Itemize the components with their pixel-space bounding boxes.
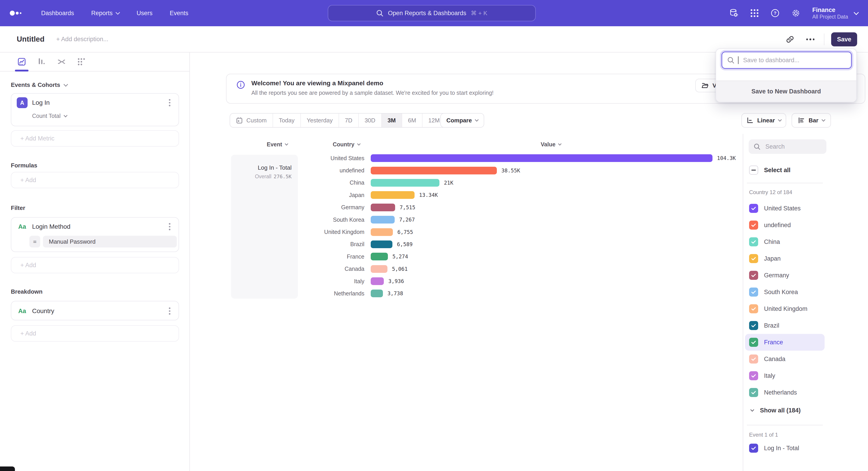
range-30d[interactable]: 30D bbox=[359, 114, 382, 127]
country-row-undefined[interactable]: undefined bbox=[745, 217, 825, 233]
help-icon[interactable]: ? bbox=[771, 8, 780, 18]
column-header-country[interactable]: Country bbox=[333, 141, 360, 148]
country-row-united-kingdom[interactable]: United Kingdom bbox=[745, 300, 825, 317]
legend-search-input[interactable] bbox=[765, 143, 819, 151]
save-to-dashboard-searchbox[interactable] bbox=[721, 52, 852, 69]
checkbox-united-states[interactable] bbox=[749, 204, 758, 213]
checkbox-china[interactable] bbox=[749, 237, 758, 246]
save-button[interactable]: Save bbox=[831, 32, 857, 47]
range-6m[interactable]: 6M bbox=[402, 114, 423, 127]
chart-type-dropdown[interactable]: Bar bbox=[792, 113, 831, 127]
breakdown-card-country[interactable]: Aa Country bbox=[11, 301, 179, 320]
nav-item-users[interactable]: Users bbox=[136, 10, 153, 17]
country-row-canada[interactable]: Canada bbox=[745, 351, 825, 367]
copy-link-icon[interactable] bbox=[783, 33, 797, 46]
tab-funnels[interactable] bbox=[37, 57, 46, 66]
filter-operator-dropdown[interactable]: = bbox=[29, 236, 40, 247]
filter-value-dropdown[interactable]: Manual Password bbox=[43, 236, 177, 247]
events-section-header[interactable]: Events & Cohorts bbox=[11, 82, 189, 88]
filter-card-login-method[interactable]: Aa Login Method = Manual Password bbox=[11, 217, 179, 252]
add-description-button[interactable]: + Add description... bbox=[56, 36, 108, 43]
chevron-down-icon bbox=[822, 118, 825, 122]
data-management-icon[interactable] bbox=[729, 8, 739, 18]
add-breakdown-button[interactable]: + Add bbox=[11, 325, 179, 342]
tab-insights[interactable] bbox=[17, 57, 26, 66]
filter-property-name[interactable]: Login Method bbox=[32, 223, 167, 230]
svg-text:?: ? bbox=[774, 10, 777, 16]
country-row-netherlands[interactable]: Netherlands bbox=[745, 384, 825, 401]
range-custom[interactable]: Custom bbox=[230, 114, 273, 127]
report-title[interactable]: Untitled bbox=[17, 35, 44, 43]
mixpanel-logo-icon[interactable] bbox=[9, 8, 23, 18]
checkbox-united-kingdom[interactable] bbox=[749, 304, 758, 313]
checkbox-log-in-total[interactable] bbox=[749, 444, 758, 453]
bar-france bbox=[371, 253, 388, 260]
apps-grid-icon[interactable] bbox=[750, 9, 759, 18]
country-row-germany[interactable]: Germany bbox=[745, 267, 825, 284]
country-label: France bbox=[764, 339, 783, 346]
nav-item-reports[interactable]: Reports bbox=[91, 10, 120, 17]
column-header-value[interactable]: Value bbox=[541, 141, 561, 148]
range-label: Custom bbox=[246, 117, 267, 124]
range-today[interactable]: Today bbox=[273, 114, 301, 127]
country-row-france[interactable]: France bbox=[745, 334, 825, 351]
kebab-menu-icon[interactable] bbox=[167, 97, 172, 108]
column-header-event[interactable]: Event bbox=[267, 141, 288, 148]
global-search-button[interactable]: Open Reports & Dashboards ⌘ + K bbox=[328, 5, 536, 21]
country-label: United Kingdom bbox=[764, 305, 807, 313]
aggregation-dropdown[interactable]: Count Total bbox=[32, 113, 179, 119]
add-formula-button[interactable]: + Add bbox=[11, 172, 179, 188]
bar-value-label: 3,936 bbox=[388, 278, 404, 284]
tab-retention[interactable] bbox=[77, 57, 86, 66]
kebab-menu-icon[interactable] bbox=[167, 306, 172, 317]
bar-united-states bbox=[371, 154, 712, 162]
checkbox-canada[interactable] bbox=[749, 354, 758, 363]
show-all-button[interactable]: Show all (184) bbox=[743, 405, 801, 416]
chevron-down-icon bbox=[116, 10, 120, 15]
add-filter-button[interactable]: + Add bbox=[11, 257, 179, 273]
checkbox-japan[interactable] bbox=[749, 254, 758, 263]
nav-item-dashboards[interactable]: Dashboards bbox=[41, 10, 74, 17]
bar-value-label: 6,755 bbox=[397, 229, 413, 235]
banner-subtitle: All the reports you see are powered by a… bbox=[251, 89, 494, 97]
country-row-south-korea[interactable]: South Korea bbox=[745, 284, 825, 300]
more-options-button[interactable] bbox=[804, 33, 817, 46]
event-row-log-in-total[interactable]: Log In - Total bbox=[745, 440, 825, 457]
country-row-brazil[interactable]: Brazil bbox=[745, 317, 825, 334]
save-to-new-dashboard-button[interactable]: Save to New Dashboard bbox=[716, 81, 856, 102]
checkbox-germany[interactable] bbox=[749, 271, 758, 280]
checkbox-brazil[interactable] bbox=[749, 321, 758, 330]
legend-search[interactable] bbox=[749, 139, 827, 154]
checkbox-undefined[interactable] bbox=[749, 220, 758, 230]
country-row-china[interactable]: China bbox=[745, 233, 825, 250]
settings-gear-icon[interactable] bbox=[792, 8, 800, 18]
event-name[interactable]: Log In bbox=[32, 99, 167, 106]
country-row-japan[interactable]: Japan bbox=[745, 250, 825, 267]
range-3m[interactable]: 3M bbox=[382, 114, 402, 127]
breakdown-property-name[interactable]: Country bbox=[32, 307, 167, 315]
nav-item-events[interactable]: Events bbox=[170, 10, 188, 17]
save-to-dashboard-input[interactable] bbox=[742, 56, 846, 64]
legend-panel: Select all Country 12 of 184 United Stat… bbox=[743, 134, 868, 471]
banner-title: Welcome! You are viewing a Mixpanel demo bbox=[251, 79, 494, 88]
nav-item-label: Users bbox=[136, 10, 153, 17]
range-yesterday[interactable]: Yesterday bbox=[301, 114, 339, 127]
checkbox-netherlands[interactable] bbox=[749, 388, 758, 397]
country-row-italy[interactable]: Italy bbox=[745, 367, 825, 384]
report-type-tabs bbox=[0, 53, 189, 71]
indeterminate-checkbox[interactable] bbox=[749, 166, 758, 175]
checkbox-italy[interactable] bbox=[749, 371, 758, 380]
project-switcher[interactable]: Finance All Project Data bbox=[812, 6, 858, 20]
checkbox-south-korea[interactable] bbox=[749, 288, 758, 297]
country-row-united-states[interactable]: United States bbox=[745, 200, 825, 217]
range-7d[interactable]: 7D bbox=[339, 114, 359, 127]
tab-flows[interactable] bbox=[57, 57, 66, 66]
scale-dropdown[interactable]: Linear bbox=[741, 113, 786, 127]
select-all-row[interactable]: Select all bbox=[749, 166, 790, 175]
compare-button[interactable]: Compare bbox=[440, 113, 484, 127]
checkbox-france[interactable] bbox=[749, 338, 758, 347]
filter-section-header: Filter bbox=[11, 205, 25, 211]
add-metric-button[interactable]: + Add Metric bbox=[11, 130, 179, 147]
metric-card-log-in[interactable]: A Log In Count Total bbox=[11, 93, 179, 126]
kebab-menu-icon[interactable] bbox=[167, 221, 172, 232]
